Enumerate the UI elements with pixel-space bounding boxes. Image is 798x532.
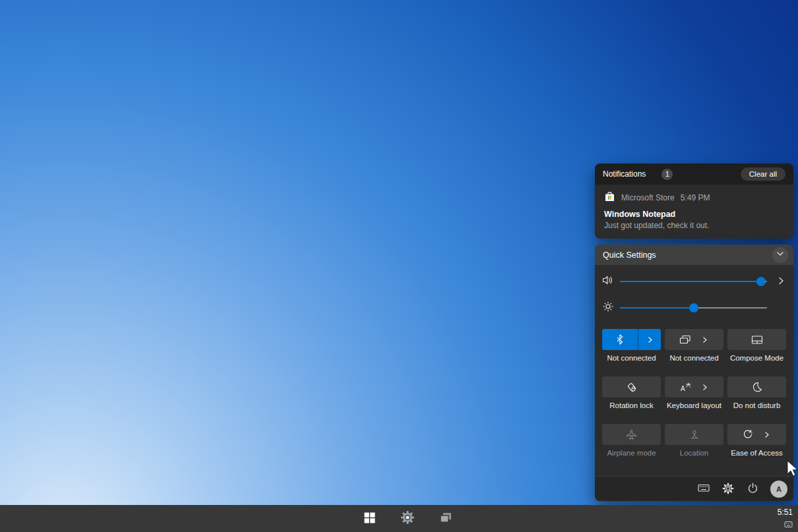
- notification-item[interactable]: Microsoft Store 5:49 PM Windows Notepad …: [595, 185, 793, 236]
- location-icon: [689, 430, 700, 440]
- chevron-right-icon: [776, 278, 786, 288]
- volume-expand-button[interactable]: [775, 276, 787, 287]
- tile-label: Not connected: [665, 354, 723, 362]
- chevron-right-icon: [700, 336, 709, 344]
- chevron-down-icon: [775, 249, 785, 261]
- windows-logo-icon: [364, 512, 375, 525]
- bluetooth-expand-button[interactable]: [638, 329, 661, 350]
- settings-button[interactable]: [721, 483, 735, 496]
- ease-of-access-button[interactable]: [727, 424, 786, 445]
- notification-title: Windows Notepad: [604, 210, 784, 219]
- location-button[interactable]: [665, 424, 723, 445]
- tile-label: Ease of Access: [727, 449, 786, 457]
- quick-settings-title: Quick Settings: [603, 251, 656, 260]
- brightness-slider[interactable]: [620, 303, 767, 312]
- volume-slider[interactable]: [620, 277, 767, 286]
- start-button[interactable]: [356, 505, 383, 532]
- clear-all-button[interactable]: Clear all: [741, 167, 785, 181]
- user-avatar[interactable]: A: [770, 481, 787, 498]
- tile-label: Keyboard layout: [665, 401, 723, 409]
- airplane-icon: [626, 429, 637, 440]
- notifications-panel: Notifications 1 Clear all Microsoft Stor…: [595, 163, 793, 239]
- task-view-icon: [439, 512, 452, 525]
- mouse-cursor: [787, 460, 798, 481]
- tray-keyboard-button[interactable]: [778, 519, 793, 531]
- volume-row: [595, 272, 793, 291]
- gear-icon: [722, 487, 734, 496]
- brightness-slider-fill: [620, 307, 694, 309]
- tile-airplane-mode: Airplane mode: [602, 424, 661, 457]
- bluetooth-icon: [615, 334, 625, 345]
- collapse-button[interactable]: [772, 247, 788, 263]
- taskbar: 5:51: [0, 505, 798, 532]
- microsoft-store-icon: [604, 191, 615, 204]
- notification-body: Just got updated, check it out.: [604, 221, 784, 230]
- ease-of-access-icon: [743, 429, 753, 440]
- svg-text:A: A: [681, 385, 685, 392]
- taskbar-clock[interactable]: 5:51: [778, 507, 793, 517]
- volume-icon: [602, 275, 614, 288]
- tile-compose-mode: Compose Mode: [727, 329, 786, 362]
- power-icon: [747, 486, 758, 496]
- chevron-right-icon: [762, 430, 771, 439]
- tile-location: Location: [665, 424, 723, 457]
- quick-settings-header: Quick Settings: [595, 245, 793, 265]
- tile-ease-of-access: Ease of Access: [727, 424, 786, 457]
- brightness-icon: [602, 301, 614, 314]
- compose-mode-icon: [751, 335, 763, 345]
- bluetooth-toggle-button[interactable]: [602, 329, 638, 350]
- tile-label: Rotation lock: [602, 401, 661, 409]
- notification-app-name: Microsoft Store: [621, 193, 675, 202]
- notifications-header: Notifications 1 Clear all: [595, 163, 793, 185]
- task-view-button[interactable]: [433, 505, 459, 532]
- volume-slider-thumb[interactable]: [756, 277, 766, 286]
- notification-time: 5:49 PM: [681, 193, 710, 202]
- tile-do-not-disturb: Do not disturb: [727, 376, 786, 409]
- keyboard-layout-icon: A: [680, 382, 691, 392]
- tile-label: Airplane mode: [602, 449, 661, 457]
- chevron-right-icon: [646, 336, 654, 344]
- tile-bluetooth: Not connected: [602, 329, 661, 362]
- rotation-lock-button[interactable]: [602, 376, 661, 398]
- connect-icon: [679, 335, 691, 345]
- taskbar-tray-area: 5:51: [778, 507, 793, 531]
- brightness-row: [595, 299, 793, 317]
- touch-keyboard-tray-icon: [784, 519, 793, 531]
- tile-label: Location: [665, 449, 723, 457]
- quick-actions-grid: Not connected Not connected: [602, 329, 786, 457]
- quick-settings-footer: A: [595, 476, 793, 501]
- airplane-mode-button[interactable]: [602, 424, 661, 445]
- tile-label: Compose Mode: [727, 354, 786, 362]
- rotation-lock-icon: [626, 382, 638, 393]
- quick-settings-panel: Quick Settings: [595, 245, 793, 501]
- tile-connect: Not connected: [665, 329, 723, 362]
- settings-app-taskbar-button[interactable]: [394, 505, 421, 532]
- chevron-right-icon: [700, 383, 709, 392]
- desktop[interactable]: { "colors": { "accent": "#0078d7", "pane…: [0, 0, 798, 532]
- brightness-slider-thumb[interactable]: [689, 303, 698, 312]
- volume-slider-fill: [620, 281, 761, 282]
- power-button[interactable]: [746, 483, 759, 496]
- moon-icon: [752, 382, 762, 392]
- keyboard-layout-button[interactable]: A: [665, 376, 723, 398]
- settings-gear-icon: [400, 510, 415, 527]
- notifications-count-badge: 1: [661, 169, 673, 180]
- touch-keyboard-button[interactable]: [697, 483, 710, 496]
- do-not-disturb-button[interactable]: [727, 376, 786, 398]
- tile-keyboard-layout: A Keyboard layout: [665, 376, 723, 409]
- keyboard-icon: [698, 485, 710, 494]
- tile-label: Do not disturb: [727, 401, 786, 409]
- connect-button[interactable]: [665, 329, 723, 350]
- notifications-title: Notifications: [603, 169, 646, 179]
- tile-rotation-lock: Rotation lock: [602, 376, 661, 409]
- compose-mode-button[interactable]: [727, 329, 786, 350]
- tile-label: Not connected: [602, 354, 661, 362]
